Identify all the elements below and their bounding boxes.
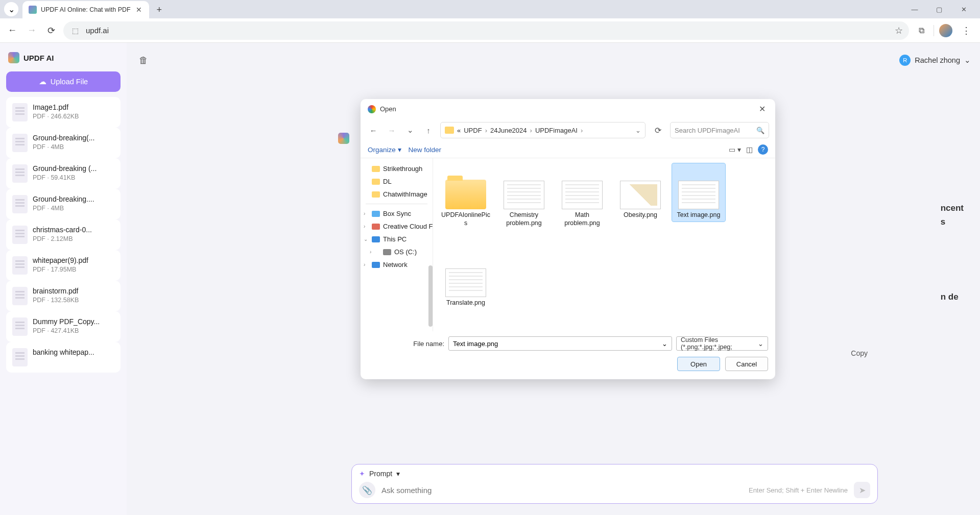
view-mode-icon[interactable]: ▭ ▾	[729, 145, 741, 154]
file-name: brainstorm.pdf	[33, 287, 114, 295]
file-grid-item[interactable]: Text image.png	[672, 163, 725, 222]
address-bar[interactable]: ⬚ updf.ai ☆	[63, 21, 909, 40]
sidebar-file-item[interactable]: whitepaper(9).pdf PDF · 17.95MB	[6, 250, 121, 281]
help-icon[interactable]: ?	[758, 144, 768, 155]
prompt-box: ✦ Prompt ▾ 📎 Enter Send; Shift + Enter N…	[351, 464, 878, 504]
dialog-close-icon[interactable]: ✕	[756, 104, 768, 114]
file-name: banking whitepap...	[33, 348, 114, 356]
sidebar-file-item[interactable]: christmas-card-0... PDF · 2.12MB	[6, 219, 121, 250]
breadcrumb-part[interactable]: 24June2024	[490, 127, 527, 134]
browser-toolbar: ← → ⟳ ⬚ updf.ai ☆ ⧉ ⋮	[0, 18, 980, 43]
brand-name: UPDF AI	[23, 54, 54, 62]
tabs-dropdown[interactable]: ⌄	[4, 2, 18, 16]
file-name: Ground-breaking(...	[33, 134, 114, 142]
organize-menu[interactable]: Organize ▾	[368, 145, 401, 154]
filename-label: File name:	[368, 340, 444, 348]
dialog-titlebar: Open ✕	[361, 99, 775, 119]
sidebar-file-item[interactable]: Ground-breaking(... PDF · 4MB	[6, 128, 121, 158]
chrome-menu-icon[interactable]: ⋮	[958, 25, 975, 36]
open-button[interactable]: Open	[677, 357, 720, 371]
send-button[interactable]: ➤	[854, 482, 870, 498]
sidebar-file-item[interactable]: Ground-breaking (... PDF · 59.41KB	[6, 158, 121, 189]
sidebar-file-item[interactable]: Dummy PDF_Copy... PDF · 427.41KB	[6, 311, 121, 342]
file-grid: UPDFAIonlinePicsChemistry problem.pngMat…	[433, 158, 775, 331]
chrome-icon	[368, 105, 376, 113]
file-label: Obesity.png	[624, 211, 657, 219]
prompt-input[interactable]	[381, 486, 743, 495]
tree-item[interactable]: ›Network	[361, 258, 433, 271]
prompt-label: Prompt	[369, 470, 392, 478]
extensions-icon[interactable]: ⧉	[914, 23, 928, 38]
dialog-search[interactable]: Search UPDFimageAI 🔍	[670, 122, 769, 138]
file-icon	[12, 348, 28, 366]
file-icon	[12, 287, 28, 305]
user-menu[interactable]: R Rachel zhong ⌄	[899, 55, 971, 66]
dialog-refresh-button[interactable]: ⟳	[651, 123, 665, 137]
forward-button[interactable]: →	[25, 23, 39, 38]
window-close[interactable]: ✕	[957, 6, 971, 13]
profile-avatar[interactable]	[939, 24, 952, 37]
tree-item[interactable]: Strikethrough	[361, 162, 433, 175]
breadcrumb[interactable]: « UPDF › 24June2024 › UPDFimageAI › ⌄	[440, 122, 646, 138]
tab-close-icon[interactable]: ✕	[135, 6, 143, 14]
sidebar-file-item[interactable]: Ground-breaking.... PDF · 4MB	[6, 189, 121, 219]
tree-item[interactable]: ChatwithImage	[361, 188, 433, 201]
new-folder-button[interactable]: New folder	[409, 146, 442, 154]
file-name: Ground-breaking....	[33, 195, 114, 203]
chevron-down-icon[interactable]: ⌄	[635, 127, 641, 134]
tree-item[interactable]: ⌄This PC	[361, 233, 433, 246]
dialog-recent-dropdown[interactable]: ⌄	[403, 124, 417, 137]
chevron-down-icon[interactable]: ⌄	[662, 340, 667, 348]
tab-favicon	[29, 6, 37, 14]
dialog-title: Open	[380, 105, 396, 113]
filename-input[interactable]: Text image.png ⌄	[448, 336, 672, 351]
file-grid-item[interactable]: Translate.png	[439, 251, 492, 309]
file-grid-item[interactable]: Math problem.png	[556, 163, 609, 229]
file-grid-item[interactable]: Obesity.png	[614, 163, 667, 222]
send-icon: ➤	[859, 485, 866, 495]
sidebar-file-item[interactable]: Image1.pdf PDF · 246.62KB	[6, 97, 121, 128]
folder-icon	[445, 127, 454, 134]
file-name: Image1.pdf	[33, 103, 114, 111]
new-tab-button[interactable]: +	[152, 3, 166, 17]
window-maximize[interactable]: ▢	[932, 6, 946, 13]
dialog-toolbar: Organize ▾ New folder ▭ ▾ ◫ ?	[361, 141, 775, 158]
file-label: UPDFAIonlinePics	[441, 211, 490, 227]
preview-pane-icon[interactable]: ◫	[746, 145, 753, 154]
upload-label: Upload File	[51, 78, 88, 86]
trash-icon[interactable]: 🗑	[136, 53, 151, 68]
tree-item[interactable]: ›Creative Cloud F	[361, 220, 433, 233]
copy-button[interactable]: Copy	[851, 349, 868, 357]
tree-item[interactable]: DL	[361, 175, 433, 188]
filetype-select[interactable]: Custom Files (*.png;*.jpg;*.jpeg; ⌄	[676, 336, 768, 351]
site-info-icon[interactable]: ⬚	[69, 25, 81, 36]
sidebar-file-item[interactable]: banking whitepap...	[6, 342, 121, 373]
breadcrumb-part[interactable]: UPDF	[464, 127, 482, 134]
upload-file-button[interactable]: ☁ Upload File	[6, 71, 121, 92]
tree-item[interactable]: ›Box Sync	[361, 207, 433, 220]
cancel-button[interactable]: Cancel	[725, 357, 768, 371]
search-icon: 🔍	[756, 127, 764, 134]
bookmark-icon[interactable]: ☆	[895, 25, 903, 36]
back-button[interactable]: ←	[5, 23, 19, 38]
breadcrumb-part[interactable]: UPDFimageAI	[535, 127, 578, 134]
tree-item[interactable]: ›OS (C:)	[361, 246, 433, 258]
attach-button[interactable]: 📎	[359, 482, 375, 498]
dialog-up-button[interactable]: ↑	[422, 124, 435, 137]
paperclip-icon: 📎	[362, 485, 372, 495]
dialog-back-button[interactable]: ←	[367, 124, 380, 137]
file-name: christmas-card-0...	[33, 226, 114, 234]
scrollbar[interactable]	[428, 265, 433, 327]
browser-tab[interactable]: UPDF AI Online: Chat with PDF ✕	[22, 1, 149, 18]
sidebar-file-item[interactable]: brainstorm.pdf PDF · 132.58KB	[6, 281, 121, 311]
file-grid-item[interactable]: UPDFAIonlinePics	[439, 163, 492, 229]
prompt-selector[interactable]: ✦ Prompt ▾	[359, 470, 870, 482]
dialog-forward-button[interactable]: →	[385, 124, 398, 137]
reload-button[interactable]: ⟳	[44, 23, 58, 38]
header-row: 🗑 R Rachel zhong ⌄	[136, 50, 971, 70]
file-name: whitepaper(9).pdf	[33, 256, 114, 264]
file-grid-item[interactable]: Chemistry problem.png	[497, 163, 551, 229]
window-minimize[interactable]: —	[907, 6, 922, 13]
input-hint: Enter Send; Shift + Enter Newline	[749, 486, 848, 494]
file-meta: PDF · 427.41KB	[33, 327, 114, 334]
